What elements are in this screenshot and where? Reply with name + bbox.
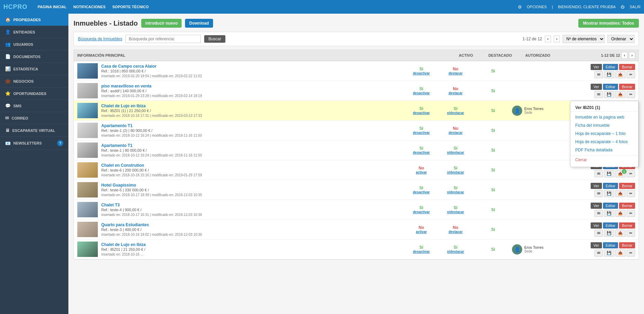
ndestacar-link[interactable]: n/destacar — [437, 111, 474, 115]
destacar-link[interactable]: destacar — [437, 230, 474, 234]
property-name-link[interactable]: Chalet T3 — [101, 203, 120, 207]
email-icon-button[interactable]: ✉ — [594, 71, 603, 78]
desactivar-link[interactable]: desactivar — [406, 250, 437, 254]
ficha-inmueble-link[interactable]: Ficha del inmueble — [570, 121, 638, 129]
editar-button[interactable]: Editar — [603, 222, 618, 229]
table-next-button[interactable]: › — [629, 52, 635, 59]
introducir-nuevo-button[interactable]: introducir nuevo — [141, 19, 182, 28]
email-icon-button[interactable]: ✉ — [594, 230, 603, 237]
desactivar-link[interactable]: desactivar — [406, 131, 437, 135]
destacar-link[interactable]: destacar — [437, 91, 474, 95]
nav-pagina-inicial[interactable]: PAGINA INICIAL — [38, 5, 66, 9]
property-name-link[interactable]: Apartamento T1 — [101, 123, 132, 128]
email-icon-button[interactable]: ✉ — [594, 249, 603, 257]
buscar-button[interactable]: Buscar — [204, 35, 225, 43]
property-name-link[interactable]: Chalet en Constrution — [101, 163, 144, 168]
ver-button[interactable]: Ver — [591, 84, 602, 90]
borrar-button[interactable]: Borrar — [619, 222, 635, 229]
share-icon-button[interactable]: 📤1 — [615, 170, 626, 177]
destacar-link[interactable]: destacar — [437, 131, 474, 135]
property-name-link[interactable]: Chalet de Lujo en Ibiza — [101, 104, 146, 108]
ndestacar-link[interactable]: n/destacar — [437, 250, 474, 254]
share-icon-button[interactable]: 📤 — [615, 230, 626, 237]
save-icon-button[interactable]: 💾 — [604, 91, 614, 98]
salir-link[interactable]: SALIR — [630, 5, 641, 9]
property-name-link[interactable]: Casa de Campo cerca Alaior — [101, 64, 157, 69]
sidebar-item-propiedades[interactable]: 🏠 PROPIEDADES — [0, 14, 68, 26]
edit-icon-button[interactable]: ✏ — [627, 170, 635, 177]
share-icon-button[interactable]: 📤 — [615, 210, 626, 217]
desactivar-link[interactable]: desactivar — [406, 151, 437, 154]
table-prev-button[interactable]: ‹ — [621, 52, 628, 59]
desactivar-link[interactable]: desactivar — [406, 91, 437, 95]
sidebar-item-entidades[interactable]: 👤 ENTIDADES — [0, 26, 68, 38]
download-button[interactable]: Download — [185, 19, 213, 28]
sidebar-item-estadistica[interactable]: 📊 ESTADÍSTICA — [0, 63, 68, 75]
sidebar-item-documentos[interactable]: 📄 DOCUMENTOS — [0, 51, 68, 63]
edit-icon-button[interactable]: ✏ — [627, 71, 635, 78]
share-icon-button[interactable]: 📤 — [615, 249, 626, 257]
sidebar-item-correo[interactable]: ✉ CORREO — [0, 112, 68, 124]
editar-button[interactable]: Editar — [603, 242, 618, 248]
save-icon-button[interactable]: 💾 — [604, 190, 614, 197]
borrar-button[interactable]: Borrar — [619, 84, 635, 90]
borrar-button[interactable]: Borrar — [619, 64, 635, 70]
save-icon-button[interactable]: 💾 — [604, 170, 614, 177]
hoja-4fotos-link[interactable]: Hoja de escaparate – 4 fotos — [570, 138, 638, 146]
property-name-link[interactable]: Quarto para Estudiantes — [101, 222, 149, 227]
ver-button[interactable]: Ver — [591, 222, 602, 229]
edit-icon-button[interactable]: ✏ — [627, 91, 635, 98]
sidebar-item-negocios[interactable]: 💼 NEGOCIOS — [0, 75, 68, 87]
desactivar-link[interactable]: desactivar — [406, 71, 437, 75]
save-icon-button[interactable]: 💾 — [604, 249, 614, 257]
desactivar-link[interactable]: desactivar — [406, 210, 437, 214]
nav-notificaciones[interactable]: NOTIFICACIONES — [73, 5, 105, 9]
desactivar-link[interactable]: desactivar — [406, 111, 437, 115]
ver-button[interactable]: Ver — [591, 64, 602, 70]
ndestacar-link[interactable]: n/destacar — [437, 151, 474, 154]
share-icon-button[interactable]: 📤 — [615, 190, 626, 197]
property-name-link[interactable]: Apartamento T1 — [101, 143, 132, 148]
borrar-button[interactable]: Borrar — [619, 183, 635, 189]
pdf-ficha-link[interactable]: PDF Ficha detallada — [570, 146, 638, 154]
editar-button[interactable]: Editar — [603, 183, 618, 189]
edit-icon-button[interactable]: ✏ — [627, 230, 635, 237]
sidebar-item-escaparate[interactable]: 🖥 ESCAPARATE VIRTUAL — [0, 124, 68, 137]
next-page-button[interactable]: › — [554, 36, 560, 42]
ver-button[interactable]: Ver — [591, 242, 602, 248]
ndestacar-link[interactable]: n/destacar — [437, 190, 474, 194]
ndestacar-link[interactable]: n/destacar — [437, 170, 474, 174]
property-name-link[interactable]: piso maravilloso en venta — [101, 84, 152, 88]
sidebar-item-sms[interactable]: 💬 SMS — [0, 100, 68, 112]
share-icon-button[interactable]: 📤 — [615, 91, 626, 98]
borrar-button[interactable]: Borrar — [619, 242, 635, 248]
prev-page-button[interactable]: ‹ — [545, 36, 551, 42]
edit-icon-button[interactable]: ✏ — [627, 249, 635, 257]
email-icon-button[interactable]: ✉ — [594, 190, 603, 197]
save-icon-button[interactable]: 💾 — [604, 71, 614, 78]
save-icon-button[interactable]: 💾 — [604, 210, 614, 217]
sidebar-item-oportunidades[interactable]: ⭐ OPORTUNIDADES — [0, 87, 68, 100]
email-icon-button[interactable]: ✉ — [594, 210, 603, 217]
share-icon-button[interactable]: 📤 — [615, 71, 626, 78]
nav-soporte[interactable]: SOPORTE TÉCNICO — [112, 5, 148, 9]
opciones-link[interactable]: OPCIONES — [527, 5, 547, 9]
search-input[interactable] — [126, 35, 201, 43]
borrar-button[interactable]: Borrar — [619, 203, 635, 209]
sidebar-item-usuarios[interactable]: 👥 USUARIOS — [0, 38, 68, 51]
ndestacar-link[interactable]: n/destacar — [437, 210, 474, 214]
edit-icon-button[interactable]: ✏ — [627, 190, 635, 197]
ver-button[interactable]: Ver — [591, 183, 602, 189]
property-name-link[interactable]: Chalet de Lujo en Ibiza — [101, 242, 146, 247]
activar-link[interactable]: activar — [406, 170, 437, 174]
mostrar-inmuebles-button[interactable]: Mostrar inmuebles: Todos — [578, 19, 639, 28]
inmueble-web-link[interactable]: Inmueble en la pagina web — [570, 113, 638, 121]
sidebar-item-newsletters[interactable]: 📧 NEWSLETTERS ? — [0, 137, 68, 150]
editar-button[interactable]: Editar — [603, 64, 618, 70]
email-icon-button[interactable]: ✉ — [594, 91, 603, 98]
elements-select[interactable]: Nº de elementos — [563, 35, 605, 43]
property-name-link[interactable]: Hotel Guapíssimo — [101, 183, 136, 188]
ver-button[interactable]: Ver — [591, 203, 602, 209]
desactivar-link[interactable]: desactivar — [406, 190, 437, 194]
order-select[interactable]: Ordenar — [607, 35, 634, 43]
